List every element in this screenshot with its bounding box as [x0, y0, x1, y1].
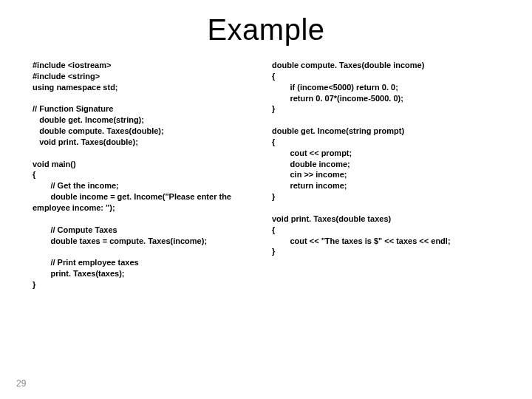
page-number: 29 [16, 378, 26, 389]
slide: Example #include <iostream> #include <st… [0, 0, 532, 399]
code-left-column: #include <iostream> #include <string> us… [33, 60, 260, 290]
code-right-column: double compute. Taxes(double income) { i… [272, 60, 499, 290]
code-columns: #include <iostream> #include <string> us… [33, 60, 499, 290]
slide-title: Example [33, 13, 499, 47]
